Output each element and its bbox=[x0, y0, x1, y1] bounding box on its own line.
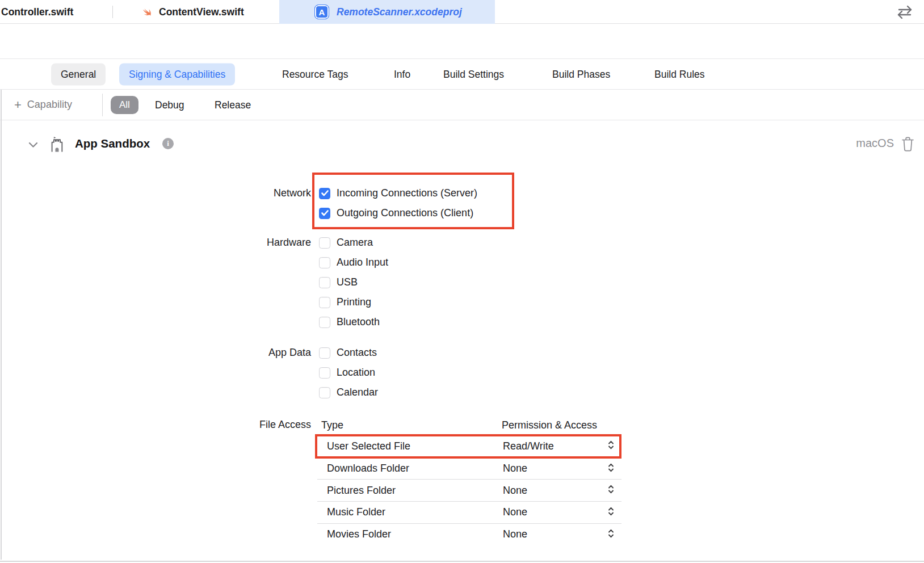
checkbox-label: USB bbox=[337, 276, 358, 288]
plus-icon: + bbox=[14, 99, 22, 111]
checkbox-unchecked[interactable] bbox=[319, 317, 330, 328]
checkbox-unchecked[interactable] bbox=[319, 367, 330, 379]
tab-build-settings[interactable]: Build Settings bbox=[443, 68, 504, 80]
checkbox-label: Bluetooth bbox=[337, 316, 380, 328]
permission-popup[interactable]: Read/Write bbox=[503, 440, 554, 452]
checkbox-row-calendar: Calendar bbox=[319, 383, 378, 402]
tab-info[interactable]: Info bbox=[394, 68, 410, 80]
filter-release[interactable]: Release bbox=[215, 99, 251, 111]
permission-popup[interactable]: None bbox=[503, 463, 527, 474]
up-down-chevrons-icon[interactable] bbox=[607, 506, 615, 519]
permission-popup[interactable]: None bbox=[503, 528, 527, 540]
up-down-chevrons-icon[interactable] bbox=[607, 484, 615, 497]
checkbox-checked[interactable] bbox=[319, 208, 330, 219]
section-label-app-data: App Data bbox=[0, 343, 311, 363]
checkbox-label: Audio Input bbox=[337, 257, 388, 268]
section-label-file-access: File Access bbox=[0, 415, 311, 435]
file-access-type: Pictures Folder bbox=[317, 485, 396, 497]
filter-debug[interactable]: Debug bbox=[155, 99, 184, 111]
file-access-type: Music Folder bbox=[317, 506, 385, 518]
xcode-project-icon: A bbox=[314, 5, 329, 19]
section-label-network: Network bbox=[0, 183, 311, 203]
checkbox-row-location: Location bbox=[319, 363, 378, 383]
checkbox-row-incoming-connections: Incoming Connections (Server) bbox=[319, 183, 477, 203]
section-label-hardware: Hardware bbox=[0, 233, 311, 253]
network-checkbox-group: Incoming Connections (Server) Outgoing C… bbox=[319, 183, 477, 223]
tab-build-phases[interactable]: Build Phases bbox=[552, 68, 610, 80]
hardware-checkbox-group: Camera Audio Input USB Printing Bluetoot… bbox=[319, 233, 388, 332]
checkbox-label: Contacts bbox=[337, 347, 377, 359]
project-settings-tabbar: General Signing & Capabilities Resource … bbox=[0, 58, 924, 90]
checkbox-row-usb: USB bbox=[319, 272, 388, 292]
checkbox-unchecked[interactable] bbox=[319, 257, 330, 268]
table-row-music-folder: Music Folder None bbox=[317, 501, 621, 523]
checkbox-checked[interactable] bbox=[319, 188, 330, 199]
checkbox-label: Location bbox=[337, 367, 375, 379]
table-row-movies-folder: Movies Folder None bbox=[317, 523, 621, 545]
platform-label: macOS bbox=[840, 137, 894, 150]
checkbox-row-contacts: Contacts bbox=[319, 343, 378, 363]
filter-all[interactable]: All bbox=[111, 96, 138, 114]
up-down-chevrons-icon[interactable] bbox=[607, 462, 615, 475]
column-header-permission: Permission & Access bbox=[502, 419, 597, 431]
section-title-app-sandbox: App Sandbox bbox=[75, 137, 150, 150]
file-access-type: Downloads Folder bbox=[317, 463, 409, 474]
checkbox-label: Calendar bbox=[337, 386, 378, 398]
swap-arrows-icon[interactable] bbox=[894, 4, 915, 20]
up-down-chevrons-icon[interactable] bbox=[607, 440, 615, 453]
table-row-pictures-folder: Pictures Folder None bbox=[317, 479, 621, 501]
up-down-chevrons-icon[interactable] bbox=[607, 528, 615, 541]
checkbox-row-outgoing-connections: Outgoing Connections (Client) bbox=[319, 203, 477, 223]
panel-bottom-border bbox=[0, 561, 924, 562]
tab-contentview-swift[interactable]: ContentView.swift bbox=[140, 0, 244, 24]
checkbox-row-camera: Camera bbox=[319, 233, 388, 253]
permission-popup[interactable]: None bbox=[503, 485, 527, 497]
tab-signing-capabilities[interactable]: Signing & Capabilities bbox=[119, 63, 235, 85]
tab-label: RemoteScanner.xcodeproj bbox=[337, 6, 462, 18]
checkbox-row-printing: Printing bbox=[319, 292, 388, 312]
disclosure-chevron-down-icon[interactable] bbox=[28, 140, 38, 150]
checkbox-unchecked[interactable] bbox=[319, 347, 330, 359]
capability-bar-divider bbox=[102, 94, 103, 116]
swift-icon bbox=[140, 6, 153, 19]
checkbox-label: Printing bbox=[337, 296, 371, 308]
tab-build-rules[interactable]: Build Rules bbox=[654, 68, 705, 80]
sandcastle-icon bbox=[49, 135, 65, 155]
tab-label: ContentView.swift bbox=[159, 6, 244, 18]
checkbox-unchecked[interactable] bbox=[319, 237, 330, 249]
capability-bar: + Capability All Debug Release bbox=[0, 90, 924, 120]
checkbox-unchecked[interactable] bbox=[319, 387, 330, 398]
app-data-checkbox-group: Contacts Location Calendar bbox=[319, 343, 378, 402]
file-access-type: User Selected File bbox=[317, 440, 410, 452]
table-row-user-selected-file: User Selected File Read/Write bbox=[317, 435, 621, 457]
tab-label: Controller.swift bbox=[1, 6, 73, 18]
checkbox-label: Incoming Connections (Server) bbox=[337, 187, 477, 199]
checkmark-icon bbox=[321, 210, 329, 216]
trash-icon[interactable] bbox=[901, 136, 914, 154]
add-capability-button[interactable]: + Capability bbox=[14, 99, 72, 111]
info-icon[interactable]: i bbox=[162, 138, 174, 149]
tab-resource-tags[interactable]: Resource Tags bbox=[282, 68, 348, 80]
table-row-downloads-folder: Downloads Folder None bbox=[317, 457, 621, 480]
checkbox-row-audio-input: Audio Input bbox=[319, 253, 388, 272]
file-access-table: User Selected File Read/Write Downloads … bbox=[317, 435, 621, 545]
tab-general[interactable]: General bbox=[51, 63, 106, 85]
tab-divider bbox=[112, 6, 113, 18]
file-access-type: Movies Folder bbox=[317, 528, 391, 540]
checkbox-label: Camera bbox=[337, 237, 373, 249]
checkbox-unchecked[interactable] bbox=[319, 277, 330, 288]
tab-controller-swift[interactable]: Controller.swift bbox=[1, 0, 73, 24]
column-header-type: Type bbox=[321, 419, 343, 431]
checkbox-unchecked[interactable] bbox=[319, 297, 330, 308]
permission-popup[interactable]: None bbox=[503, 506, 527, 518]
editor-tab-bar: Controller.swift ContentView.swift A Rem… bbox=[0, 0, 924, 24]
add-capability-label: Capability bbox=[27, 99, 72, 111]
panel-left-border bbox=[1, 90, 2, 560]
xcode-window: Controller.swift ContentView.swift A Rem… bbox=[0, 0, 924, 563]
checkbox-row-bluetooth: Bluetooth bbox=[319, 312, 388, 332]
checkbox-label: Outgoing Connections (Client) bbox=[337, 207, 473, 219]
checkmark-icon bbox=[321, 190, 329, 196]
tab-xcodeproj[interactable]: A RemoteScanner.xcodeproj bbox=[279, 0, 495, 24]
